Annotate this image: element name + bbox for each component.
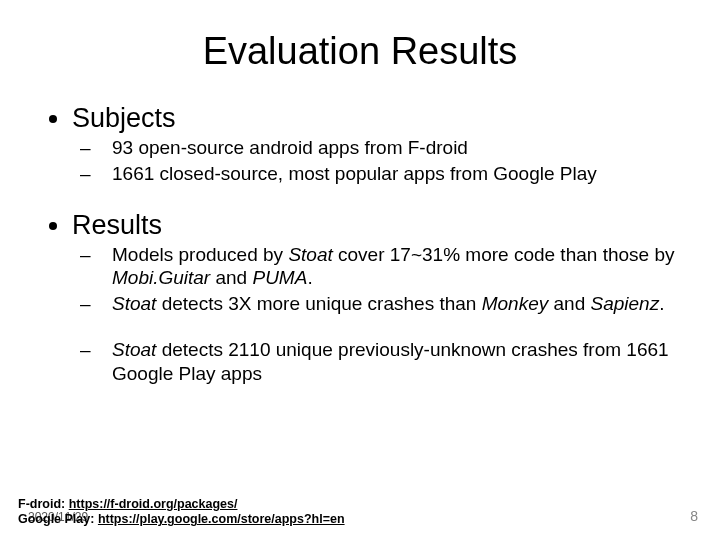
footnote-link[interactable]: https://f-droid.org/packages/ [69, 497, 238, 511]
section-heading: Results [72, 210, 680, 241]
footnotes: F-droid: https://f-droid.org/packages/Go… [18, 497, 345, 528]
page-number: 8 [690, 508, 698, 524]
list-item: Models produced by Stoat cover 17~31% mo… [96, 243, 680, 291]
list-item: 1661 closed-source, most popular apps fr… [96, 162, 680, 186]
footnote-link[interactable]: https://play.google.com/store/apps?hl=en [98, 512, 345, 526]
spacer [96, 318, 680, 338]
list-item: Stoat detects 2110 unique previously-unk… [96, 338, 680, 386]
slide: Evaluation Results Subjects93 open-sourc… [0, 0, 720, 540]
section-heading: Subjects [72, 103, 680, 134]
list-item: 93 open-source android apps from F-droid [96, 136, 680, 160]
footnote-row: Google Play: https://play.google.com/sto… [18, 512, 345, 528]
list-item: Stoat detects 3X more unique crashes tha… [96, 292, 680, 316]
section-items: Models produced by Stoat cover 17~31% mo… [72, 243, 680, 386]
footnote-row: F-droid: https://f-droid.org/packages/ [18, 497, 345, 513]
slide-title: Evaluation Results [40, 30, 680, 73]
footnote-label: Google Play: [18, 512, 98, 526]
content-list: Subjects93 open-source android apps from… [40, 103, 680, 385]
section-items: 93 open-source android apps from F-droid… [72, 136, 680, 186]
footnote-label: F-droid: [18, 497, 69, 511]
